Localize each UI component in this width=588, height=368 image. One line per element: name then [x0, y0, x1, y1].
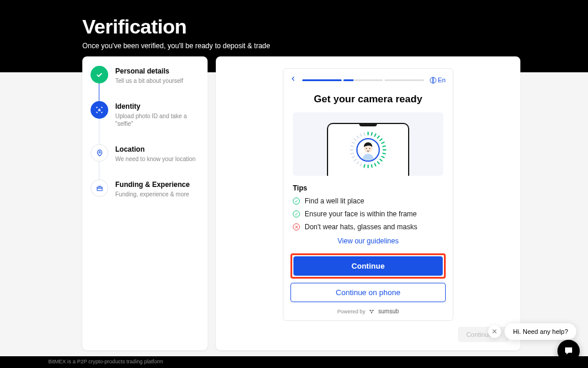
step-title: Funding & Experience [115, 180, 190, 189]
globe-icon [430, 77, 436, 83]
step-subtitle: Upload photo ID and take a "selfie" [115, 112, 199, 128]
tip-text: Find a well lit place [305, 197, 364, 205]
tip-item: ✕ Don't wear hats, glasses and masks [293, 223, 443, 231]
back-arrow-icon[interactable] [290, 75, 296, 85]
chat-button[interactable] [557, 340, 580, 362]
camera-illustration [293, 112, 443, 176]
tip-item: ✓ Ensure your face is within the frame [293, 210, 443, 218]
continue-on-phone-button[interactable]: Continue on phone [290, 283, 446, 302]
verification-main-panel: En Get your camera ready [216, 56, 520, 350]
tip-item: ✓ Find a well lit place [293, 197, 443, 205]
camera-ready-card: En Get your camera ready [283, 68, 453, 321]
footer-text: BitMEX is a P2P crypto-products trading … [0, 356, 588, 368]
language-label: En [438, 76, 446, 83]
svg-point-0 [99, 109, 100, 110]
page-title: Verification [82, 15, 588, 38]
help-text: Hi. Need any help? [513, 328, 568, 335]
svg-point-1 [99, 151, 101, 153]
sumsub-logo-icon [368, 309, 375, 315]
guidelines-link[interactable]: View our guidelines [293, 237, 443, 245]
step-subtitle: Funding, experience & more [115, 190, 190, 198]
check-circle-icon: ✓ [293, 210, 300, 218]
tip-text: Ensure your face is within the frame [305, 210, 417, 218]
cross-circle-icon: ✕ [293, 223, 300, 230]
step-subtitle: Tell us a bit about yourself [115, 77, 183, 85]
progress-bar [302, 79, 424, 81]
step-identity[interactable]: Identity Upload photo ID and take a "sel… [91, 101, 199, 144]
step-location[interactable]: Location We need to know your location [91, 144, 199, 179]
chat-icon [563, 346, 574, 356]
step-personal-details[interactable]: Personal details Tell us a bit about you… [91, 66, 199, 101]
verification-steps-sidebar: Personal details Tell us a bit about you… [82, 56, 208, 350]
page-subtitle: Once you've been verified, you'll be rea… [82, 42, 588, 50]
card-title: Get your camera ready [283, 93, 453, 105]
step-title: Location [115, 145, 196, 153]
id-scan-icon [91, 101, 108, 119]
continue-button[interactable]: Continue [293, 256, 443, 276]
language-switch[interactable]: En [430, 76, 446, 83]
check-icon [91, 66, 108, 83]
step-subtitle: We need to know your location [115, 155, 196, 163]
svg-rect-2 [97, 187, 102, 190]
step-title: Personal details [115, 67, 183, 75]
help-tooltip[interactable]: ✕ Hi. Need any help? [505, 323, 576, 340]
tips-heading: Tips [293, 184, 443, 192]
funding-icon [91, 179, 108, 197]
location-pin-icon [91, 144, 108, 162]
step-funding[interactable]: Funding & Experience Funding, experience… [91, 179, 199, 198]
powered-by: Powered by sumsub [283, 308, 453, 320]
check-circle-icon: ✓ [293, 198, 300, 205]
continue-button-disabled: Continue → [458, 327, 509, 342]
step-title: Identity [115, 102, 199, 111]
highlight-annotation: Continue [290, 253, 446, 279]
tip-text: Don't wear hats, glasses and masks [305, 223, 417, 231]
